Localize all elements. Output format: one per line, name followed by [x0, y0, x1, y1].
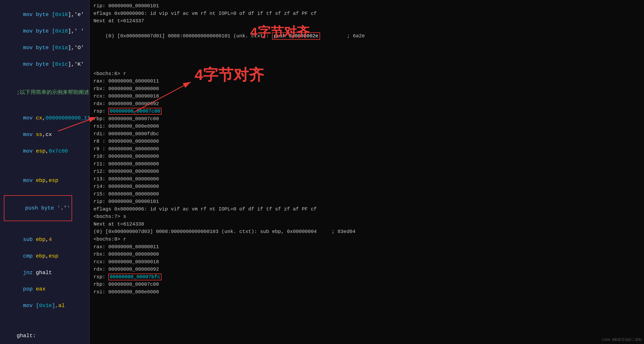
- bochs-8: <bochs:8> r: [94, 236, 640, 243]
- watermark: CSDN @帕星茨域的二进制: [602, 337, 642, 343]
- rdx-2: rdx: 00000000_00000092: [94, 266, 640, 273]
- r14-1: r14: 00000000_00000000: [94, 183, 640, 190]
- r10-1: r10: 00000000_00000000: [94, 153, 640, 160]
- rsp-1: rsp: 00000000_00007c00: [94, 108, 640, 115]
- r12-1: r12: 00000000_00000000: [94, 168, 640, 175]
- rdx-1: rdx: 00000000_00000092: [94, 100, 640, 108]
- bochs-6: <bochs:6> r: [94, 70, 640, 78]
- r9-1: r9 : 00000000_00000000: [94, 145, 640, 153]
- eflags-line-1: eflags 0x00000006: id vip vif ac vm rf n…: [94, 10, 640, 17]
- mov-ebp: mov ebp,esp: [0, 168, 89, 193]
- rsi-2: rsi: 00000000_000e0000: [94, 288, 640, 296]
- rip-2: rip: 00000000_00000101: [94, 198, 640, 205]
- rax-2: rax: 00000000_60000011: [94, 243, 640, 251]
- bochs-7: <bochs:7> s: [94, 213, 640, 221]
- rsp-value-2: 00000000_00007bfc: [108, 274, 162, 280]
- rsp-2: rsp: 00000000_00007bfc: [94, 273, 640, 281]
- r15-1: r15: 00000000_00000000: [94, 190, 640, 198]
- rsp-value-1: 00000000_00007c00: [108, 108, 162, 115]
- rcx-1: rcx: 00000000_00090018: [94, 93, 640, 100]
- next-at-2: Next at t=6124338: [94, 221, 640, 228]
- after-push-section: sub ebp,4 cmp ebp,esp jnz ghalt pop eax …: [0, 227, 89, 319]
- r8-1: r8 : 00000000_00000000: [94, 138, 640, 145]
- rsi-1: rsi: 00000000_000e0000: [94, 123, 640, 130]
- mov-section: mov cx,00000000000_11_000B mov ss,cx mov…: [0, 105, 89, 164]
- rbx-2: rbx: 00000000_00000000: [94, 251, 640, 258]
- comment-line: ;以下用简单的示例来帮助阐述32位: [0, 80, 89, 105]
- code-editor: mov byte [0x16],'e' mov byte [0x18],' ' …: [0, 0, 90, 344]
- rcx-2: rcx: 00000000_00090018: [94, 258, 640, 266]
- rax-1: rax: 00000000_60000011: [94, 78, 640, 85]
- annotation-text: 4字节对齐: [250, 23, 310, 43]
- code-lines-top: mov byte [0x16],'e' mov byte [0x18],' ' …: [0, 2, 89, 77]
- terminal-panel: rip: 00000000_00000101 eflags 0x00000006…: [90, 0, 644, 344]
- sub-instruction-line: (0) [0x000000007d03] 0008:00000000000001…: [94, 228, 640, 236]
- rbp-2: rbp: 00000000_00007c00: [94, 281, 640, 288]
- ghalt-section: ghalt: hlt: [0, 323, 89, 344]
- rip-line-1: rip: 00000000_00000101: [94, 2, 640, 10]
- r13-1: r13: 00000000_00000000: [94, 175, 640, 183]
- push-instruction-line: (0) [0x000000007d01] 0008:00000000000001…: [94, 25, 640, 70]
- push-byte-line: push byte '.'': [0, 194, 89, 222]
- rbp-1: rbp: 00000000_00007c00: [94, 115, 640, 123]
- eflags-2: eflags 0x00000006: id vip vif ac vm rf n…: [94, 205, 640, 213]
- rdi-1: rdi: 00000000_0000fdbc: [94, 130, 640, 138]
- r11-1: r11: 00000000_00000000: [94, 160, 640, 168]
- next-at-1: Next at t=6124337: [94, 17, 640, 25]
- rbx-1: rbx: 00000000_00000000: [94, 85, 640, 93]
